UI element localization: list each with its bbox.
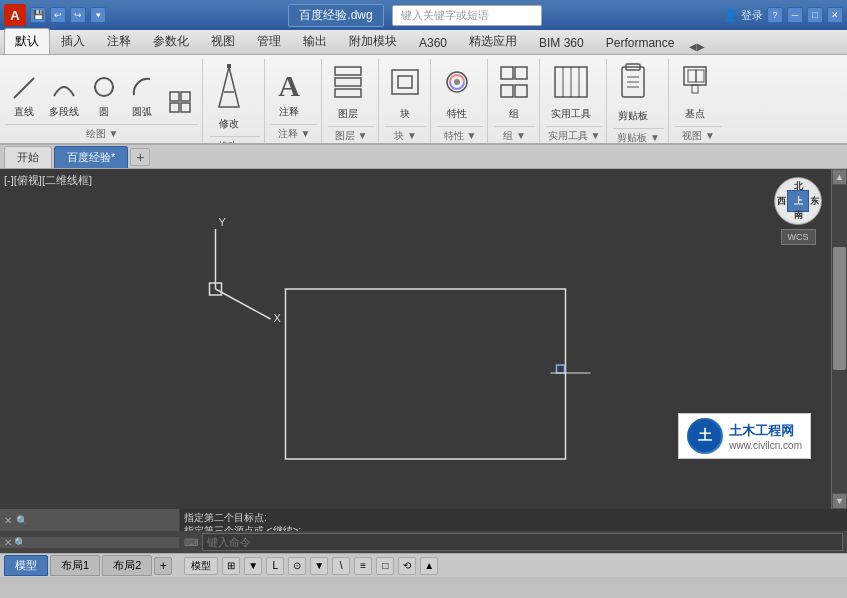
tab-view[interactable]: 视图	[200, 28, 246, 54]
scrollbar-thumb[interactable]	[833, 247, 846, 370]
grid-btn[interactable]: ⊞	[222, 557, 240, 575]
annotate-btn[interactable]: A 注释	[271, 66, 307, 122]
login-area[interactable]: 👤 登录	[724, 8, 763, 23]
scrollbar-down-btn[interactable]: ▼	[832, 493, 847, 509]
ribbon-group-view: 基点 视图 ▼	[671, 59, 726, 143]
ucs-icon: Y X	[210, 216, 282, 324]
properties-icon	[442, 62, 472, 105]
grip-point[interactable]	[557, 365, 565, 373]
layout-tab-2[interactable]: 布局2	[102, 555, 152, 576]
ribbon-expand-btn[interactable]: ◀▶	[685, 39, 709, 54]
selection-btn[interactable]: ⟲	[398, 557, 416, 575]
tab-featured[interactable]: 精选应用	[458, 28, 528, 54]
block-btn[interactable]: 块	[385, 59, 425, 124]
sidebar-search-btn[interactable]: 🔍	[16, 515, 28, 526]
svg-rect-2	[170, 92, 179, 101]
layout-tab-add-btn[interactable]: +	[154, 557, 172, 575]
filename-tab[interactable]: 百度经验.dwg	[288, 4, 383, 27]
otrack-btn[interactable]: \	[332, 557, 350, 575]
tab-a360[interactable]: A360	[408, 31, 458, 54]
close-btn[interactable]: ✕	[827, 7, 843, 23]
cmd-close-btn[interactable]: ✕	[4, 537, 12, 548]
compass-east: 东	[810, 195, 819, 208]
tab-annotate[interactable]: 注释	[96, 28, 142, 54]
cmd-search-btn[interactable]: 🔍	[14, 537, 26, 548]
layout-tabs: 模型 布局1 布局2 +	[0, 555, 176, 576]
osnap-btn[interactable]: ▼	[310, 557, 328, 575]
layer-btn[interactable]: 图层	[328, 59, 368, 124]
polyline-icon	[52, 76, 76, 103]
utilities-icon	[553, 62, 589, 105]
draw-more-btn[interactable]	[162, 87, 198, 122]
annotate-label: 注释	[279, 105, 299, 119]
polar-btn[interactable]: ⊙	[288, 557, 306, 575]
viewport-scrollbar[interactable]: ▲ ▼	[831, 169, 847, 509]
svg-rect-17	[501, 85, 513, 97]
tab-addons[interactable]: 附加模块	[338, 28, 408, 54]
draw-line-btn[interactable]: 直线	[6, 73, 42, 122]
clipboard-btn[interactable]: 剪贴板	[613, 59, 653, 126]
basepoint-label: 基点	[685, 107, 705, 121]
viewport-label: [-][俯视][二维线框]	[4, 173, 92, 188]
layout-tab-1[interactable]: 布局1	[50, 555, 100, 576]
restore-btn[interactable]: □	[807, 7, 823, 23]
basepoint-btn[interactable]: 基点	[675, 59, 715, 124]
sidebar-close-btn[interactable]: ✕	[4, 515, 12, 526]
basepoint-icon	[680, 62, 710, 105]
status-right: 模型 ⊞ ▼ L ⊙ ▼ \ ≡ □ ⟲ ▲	[176, 557, 847, 575]
quick-save-btn[interactable]: 💾	[30, 7, 46, 23]
command-history-text: 指定第二个目标点: 指定第三个源点或 <继续>: 是否基于对齐点缩放对象？[是(…	[180, 509, 847, 531]
wcs-indicator[interactable]: WCS	[781, 229, 816, 245]
clipboard-items: 剪贴板	[613, 59, 653, 126]
layout-tab-model[interactable]: 模型	[4, 555, 48, 576]
layer-items: 图层	[328, 59, 368, 124]
line-label: 直线	[14, 105, 34, 119]
tab-performance[interactable]: Performance	[595, 31, 686, 54]
scrollbar-track[interactable]	[832, 185, 847, 493]
watermark-url: www.civilcn.com	[729, 440, 802, 451]
doc-tab-add-btn[interactable]: +	[130, 148, 150, 166]
tab-insert[interactable]: 插入	[50, 28, 96, 54]
line-icon	[12, 76, 36, 103]
quick-undo-btn[interactable]: ↩	[50, 7, 66, 23]
svg-rect-29	[688, 70, 696, 82]
help-btn[interactable]: ?	[767, 7, 783, 23]
transparency-btn[interactable]: □	[376, 557, 394, 575]
command-input-field[interactable]	[202, 533, 843, 551]
draw-arc-btn[interactable]: 圆弧	[124, 72, 160, 122]
group-label: 组	[509, 107, 519, 121]
minimize-btn[interactable]: ─	[787, 7, 803, 23]
group-btn[interactable]: 组	[494, 59, 534, 124]
svg-rect-15	[501, 67, 513, 79]
model-space-btn[interactable]: 模型	[184, 557, 218, 575]
svg-text:X: X	[274, 312, 282, 324]
units-btn[interactable]: ▲	[420, 557, 438, 575]
clipboard-icon	[618, 62, 648, 107]
tab-output[interactable]: 输出	[292, 28, 338, 54]
ortho-btn[interactable]: L	[266, 557, 284, 575]
tab-bim360[interactable]: BIM 360	[528, 31, 595, 54]
tab-default[interactable]: 默认	[4, 28, 50, 54]
scrollbar-up-btn[interactable]: ▲	[832, 169, 847, 185]
viewport[interactable]: [-][俯视][二维线框] Y X	[0, 169, 831, 509]
properties-btn[interactable]: 特性	[437, 59, 477, 124]
svg-point-1	[95, 78, 113, 96]
modify-btn[interactable]: 修改	[209, 59, 249, 134]
doc-tab-main[interactable]: 百度经验*	[54, 146, 128, 168]
draw-polyline-btn[interactable]: 多段线	[44, 73, 84, 122]
tab-manage[interactable]: 管理	[246, 28, 292, 54]
lineweight-btn[interactable]: ≡	[354, 557, 372, 575]
drawing-rectangle	[286, 289, 566, 459]
draw-circle-btn[interactable]: 圆	[86, 72, 122, 122]
quick-down-btn[interactable]: ▾	[90, 7, 106, 23]
utilities-btn[interactable]: 实用工具	[546, 59, 596, 124]
block-items: 块	[385, 59, 425, 124]
compass-rose[interactable]: 北 南 东 西 上	[774, 177, 822, 225]
clipboard-label: 剪贴板	[618, 109, 648, 123]
ribbon-group-clipboard: 剪贴板 剪贴板 ▼	[609, 59, 669, 143]
tab-parametric[interactable]: 参数化	[142, 28, 200, 54]
doc-tab-start[interactable]: 开始	[4, 146, 52, 168]
view-group-label: 视图 ▼	[675, 126, 722, 145]
snap-btn[interactable]: ▼	[244, 557, 262, 575]
quick-redo-btn[interactable]: ↪	[70, 7, 86, 23]
